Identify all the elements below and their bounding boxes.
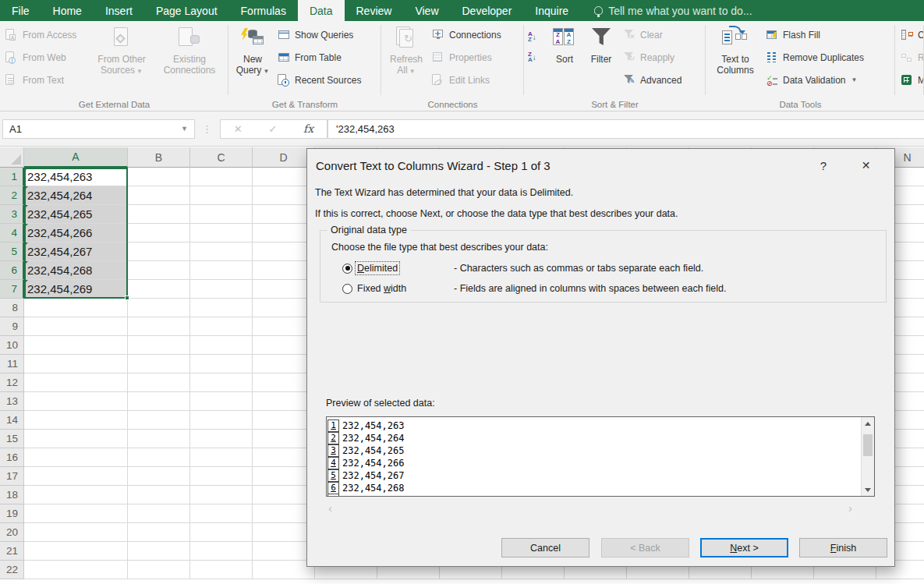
cell-D16[interactable]: [253, 448, 315, 467]
manage-data-model-button[interactable]: Ma: [897, 69, 924, 91]
row-header-3[interactable]: 3: [0, 205, 24, 224]
dialog-close-button[interactable]: ✕: [848, 149, 883, 182]
insert-function-icon[interactable]: fx: [303, 122, 313, 135]
cell-B17[interactable]: [128, 467, 190, 486]
cell-C14[interactable]: [190, 411, 253, 430]
text-to-columns-button[interactable]: Text to Columns: [708, 23, 763, 76]
formula-input[interactable]: '232,454,263: [327, 119, 924, 139]
cell-A22[interactable]: [24, 561, 128, 579]
from-table-button[interactable]: From Table: [274, 46, 364, 69]
cell-B9[interactable]: [128, 317, 190, 336]
cell-C20[interactable]: [190, 523, 253, 542]
cell-D2[interactable]: [253, 186, 315, 205]
cell-B18[interactable]: [128, 486, 190, 504]
recent-sources-button[interactable]: Recent Sources: [274, 69, 364, 91]
cell-A20[interactable]: [24, 523, 128, 542]
row-header-16[interactable]: 16: [0, 448, 24, 467]
cell-C16[interactable]: [190, 448, 253, 467]
delimited-radio[interactable]: [342, 264, 352, 274]
scroll-down-icon[interactable]: [862, 483, 874, 496]
consolidate-button[interactable]: → Co: [897, 23, 924, 46]
delimited-radio-label[interactable]: Delimited: [356, 262, 399, 274]
cell-A10[interactable]: [24, 336, 128, 355]
cell-B8[interactable]: [128, 299, 190, 317]
cell-B7[interactable]: [128, 280, 190, 299]
column-header-C[interactable]: C: [190, 147, 253, 168]
cell-D20[interactable]: [253, 523, 315, 542]
cell-B1[interactable]: [128, 168, 190, 186]
scroll-up-icon[interactable]: [862, 417, 874, 430]
row-header-10[interactable]: 10: [0, 336, 24, 355]
cell-C8[interactable]: [190, 299, 253, 317]
cell-C5[interactable]: [190, 242, 253, 261]
scrollbar-thumb[interactable]: [863, 434, 873, 456]
sort-ascending-button[interactable]: AZ↓: [526, 27, 547, 47]
cell-A16[interactable]: [24, 448, 128, 467]
cell-B11[interactable]: [128, 355, 190, 373]
tab-page-layout[interactable]: Page Layout: [144, 0, 229, 21]
reapply-filter-button[interactable]: ↻ Reapply: [620, 46, 685, 69]
row-header-7[interactable]: 7: [0, 280, 24, 299]
cell-C10[interactable]: [190, 336, 253, 355]
row-header-9[interactable]: 9: [0, 317, 24, 336]
cell-B16[interactable]: [128, 448, 190, 467]
cell-B15[interactable]: [128, 430, 190, 448]
cell-A19[interactable]: [24, 504, 128, 523]
cell-C1[interactable]: [190, 168, 253, 186]
name-box[interactable]: A1 ▼: [2, 119, 195, 139]
cell-C18[interactable]: [190, 486, 253, 504]
cell-B10[interactable]: [128, 336, 190, 355]
cell-C7[interactable]: [190, 280, 253, 299]
cell-C2[interactable]: [190, 186, 253, 205]
cell-D6[interactable]: [253, 261, 315, 280]
cell-A1[interactable]: 232,454,263: [24, 168, 128, 186]
row-header-15[interactable]: 15: [0, 430, 24, 448]
cell-A2[interactable]: 232,454,264: [24, 186, 128, 205]
cancel-button[interactable]: Cancel: [501, 538, 589, 557]
preview-vertical-scrollbar[interactable]: [861, 417, 874, 496]
row-header-2[interactable]: 2: [0, 186, 24, 205]
connections-button[interactable]: Connections: [429, 23, 504, 46]
cell-A17[interactable]: [24, 467, 128, 486]
cell-B6[interactable]: [128, 261, 190, 280]
cell-A18[interactable]: [24, 486, 128, 504]
advanced-filter-button[interactable]: ✎ Advanced: [620, 69, 685, 91]
column-header-B[interactable]: B: [128, 147, 190, 168]
remove-duplicates-button[interactable]: Remove Duplicates: [763, 46, 867, 69]
row-header-13[interactable]: 13: [0, 392, 24, 411]
relationships-button[interactable]: Rel: [897, 46, 924, 69]
cell-B22[interactable]: [128, 561, 190, 579]
cell-D3[interactable]: [253, 205, 315, 224]
cell-A5[interactable]: 232,454,267: [24, 242, 128, 261]
cell-B14[interactable]: [128, 411, 190, 430]
row-header-4[interactable]: 4: [0, 224, 24, 242]
cell-B20[interactable]: [128, 523, 190, 542]
cell-B21[interactable]: [128, 542, 190, 561]
name-box-dropdown-icon[interactable]: ▼: [181, 125, 188, 133]
cell-B2[interactable]: [128, 186, 190, 205]
scroll-right-icon[interactable]: ›: [848, 501, 852, 515]
tab-data[interactable]: Data: [298, 0, 345, 21]
cell-A9[interactable]: [24, 317, 128, 336]
cell-A14[interactable]: [24, 411, 128, 430]
cell-C17[interactable]: [190, 467, 253, 486]
cell-B3[interactable]: [128, 205, 190, 224]
tell-me-box[interactable]: Tell me what you want to do...: [594, 0, 752, 21]
edit-links-button[interactable]: Edit Links: [429, 69, 504, 91]
row-header-1[interactable]: 1: [0, 168, 24, 186]
flash-fill-button[interactable]: Flash Fill: [763, 23, 867, 46]
cell-C22[interactable]: [190, 561, 253, 579]
row-header-21[interactable]: 21: [0, 542, 24, 561]
cell-A6[interactable]: 232,454,268: [24, 261, 128, 280]
cell-A15[interactable]: [24, 430, 128, 448]
cell-D4[interactable]: [253, 224, 315, 242]
cell-D13[interactable]: [253, 392, 315, 411]
from-web-button[interactable]: From Web: [2, 46, 90, 69]
row-header-19[interactable]: 19: [0, 504, 24, 523]
sort-button[interactable]: ZA AZ Sort: [547, 23, 582, 65]
show-queries-button[interactable]: Show Queries: [274, 23, 364, 46]
tab-formulas[interactable]: Formulas: [229, 0, 298, 21]
properties-button[interactable]: Properties: [429, 46, 504, 69]
cell-D12[interactable]: [253, 373, 315, 392]
preview-box[interactable]: 1232,454,2632232,454,2643232,454,2654232…: [326, 416, 875, 497]
